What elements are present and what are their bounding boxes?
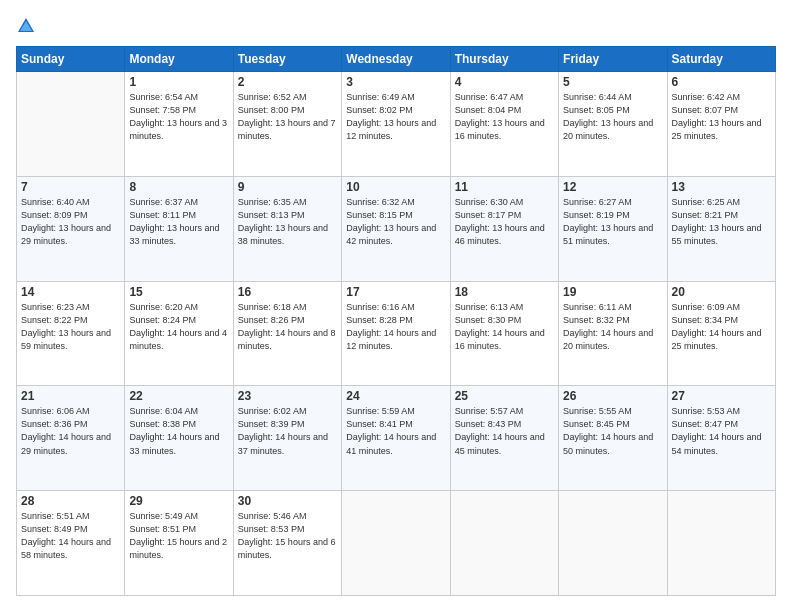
- day-info: Sunrise: 6:02 AMSunset: 8:39 PMDaylight:…: [238, 405, 337, 457]
- calendar-cell: 18Sunrise: 6:13 AMSunset: 8:30 PMDayligh…: [450, 281, 558, 386]
- calendar-cell: 25Sunrise: 5:57 AMSunset: 8:43 PMDayligh…: [450, 386, 558, 491]
- day-number: 22: [129, 389, 228, 403]
- calendar-week-row: 21Sunrise: 6:06 AMSunset: 8:36 PMDayligh…: [17, 386, 776, 491]
- calendar-cell: 3Sunrise: 6:49 AMSunset: 8:02 PMDaylight…: [342, 72, 450, 177]
- calendar-cell: 26Sunrise: 5:55 AMSunset: 8:45 PMDayligh…: [559, 386, 667, 491]
- day-number: 3: [346, 75, 445, 89]
- page: SundayMondayTuesdayWednesdayThursdayFrid…: [0, 0, 792, 612]
- day-number: 9: [238, 180, 337, 194]
- calendar-cell: 29Sunrise: 5:49 AMSunset: 8:51 PMDayligh…: [125, 491, 233, 596]
- day-info: Sunrise: 6:13 AMSunset: 8:30 PMDaylight:…: [455, 301, 554, 353]
- day-number: 17: [346, 285, 445, 299]
- calendar-week-row: 1Sunrise: 6:54 AMSunset: 7:58 PMDaylight…: [17, 72, 776, 177]
- day-info: Sunrise: 6:11 AMSunset: 8:32 PMDaylight:…: [563, 301, 662, 353]
- calendar-cell: [450, 491, 558, 596]
- calendar-cell: [559, 491, 667, 596]
- day-info: Sunrise: 6:23 AMSunset: 8:22 PMDaylight:…: [21, 301, 120, 353]
- day-number: 26: [563, 389, 662, 403]
- day-number: 5: [563, 75, 662, 89]
- calendar-cell: 6Sunrise: 6:42 AMSunset: 8:07 PMDaylight…: [667, 72, 775, 177]
- calendar-cell: 27Sunrise: 5:53 AMSunset: 8:47 PMDayligh…: [667, 386, 775, 491]
- weekday-header-cell: Monday: [125, 47, 233, 72]
- calendar-cell: 17Sunrise: 6:16 AMSunset: 8:28 PMDayligh…: [342, 281, 450, 386]
- day-info: Sunrise: 6:40 AMSunset: 8:09 PMDaylight:…: [21, 196, 120, 248]
- calendar-table: SundayMondayTuesdayWednesdayThursdayFrid…: [16, 46, 776, 596]
- day-info: Sunrise: 6:25 AMSunset: 8:21 PMDaylight:…: [672, 196, 771, 248]
- weekday-header-row: SundayMondayTuesdayWednesdayThursdayFrid…: [17, 47, 776, 72]
- calendar-week-row: 14Sunrise: 6:23 AMSunset: 8:22 PMDayligh…: [17, 281, 776, 386]
- calendar-cell: 15Sunrise: 6:20 AMSunset: 8:24 PMDayligh…: [125, 281, 233, 386]
- weekday-header-cell: Sunday: [17, 47, 125, 72]
- calendar-week-row: 7Sunrise: 6:40 AMSunset: 8:09 PMDaylight…: [17, 176, 776, 281]
- day-number: 12: [563, 180, 662, 194]
- day-number: 2: [238, 75, 337, 89]
- calendar-cell: [342, 491, 450, 596]
- day-info: Sunrise: 5:59 AMSunset: 8:41 PMDaylight:…: [346, 405, 445, 457]
- day-number: 19: [563, 285, 662, 299]
- calendar-cell: 2Sunrise: 6:52 AMSunset: 8:00 PMDaylight…: [233, 72, 341, 177]
- day-info: Sunrise: 6:35 AMSunset: 8:13 PMDaylight:…: [238, 196, 337, 248]
- day-info: Sunrise: 6:27 AMSunset: 8:19 PMDaylight:…: [563, 196, 662, 248]
- logo-icon: [16, 16, 36, 36]
- day-number: 30: [238, 494, 337, 508]
- day-number: 21: [21, 389, 120, 403]
- day-info: Sunrise: 6:49 AMSunset: 8:02 PMDaylight:…: [346, 91, 445, 143]
- calendar-cell: 19Sunrise: 6:11 AMSunset: 8:32 PMDayligh…: [559, 281, 667, 386]
- calendar-cell: [17, 72, 125, 177]
- day-number: 29: [129, 494, 228, 508]
- calendar-cell: [667, 491, 775, 596]
- day-info: Sunrise: 5:51 AMSunset: 8:49 PMDaylight:…: [21, 510, 120, 562]
- weekday-header-cell: Saturday: [667, 47, 775, 72]
- calendar-cell: 5Sunrise: 6:44 AMSunset: 8:05 PMDaylight…: [559, 72, 667, 177]
- calendar-cell: 4Sunrise: 6:47 AMSunset: 8:04 PMDaylight…: [450, 72, 558, 177]
- day-info: Sunrise: 6:18 AMSunset: 8:26 PMDaylight:…: [238, 301, 337, 353]
- day-number: 10: [346, 180, 445, 194]
- calendar-cell: 11Sunrise: 6:30 AMSunset: 8:17 PMDayligh…: [450, 176, 558, 281]
- day-info: Sunrise: 5:57 AMSunset: 8:43 PMDaylight:…: [455, 405, 554, 457]
- weekday-header-cell: Wednesday: [342, 47, 450, 72]
- day-info: Sunrise: 6:37 AMSunset: 8:11 PMDaylight:…: [129, 196, 228, 248]
- calendar-cell: 30Sunrise: 5:46 AMSunset: 8:53 PMDayligh…: [233, 491, 341, 596]
- logo: [16, 16, 40, 36]
- day-info: Sunrise: 6:30 AMSunset: 8:17 PMDaylight:…: [455, 196, 554, 248]
- calendar-cell: 14Sunrise: 6:23 AMSunset: 8:22 PMDayligh…: [17, 281, 125, 386]
- day-number: 14: [21, 285, 120, 299]
- day-number: 11: [455, 180, 554, 194]
- day-info: Sunrise: 6:20 AMSunset: 8:24 PMDaylight:…: [129, 301, 228, 353]
- day-info: Sunrise: 6:16 AMSunset: 8:28 PMDaylight:…: [346, 301, 445, 353]
- calendar-cell: 13Sunrise: 6:25 AMSunset: 8:21 PMDayligh…: [667, 176, 775, 281]
- day-number: 15: [129, 285, 228, 299]
- calendar-cell: 10Sunrise: 6:32 AMSunset: 8:15 PMDayligh…: [342, 176, 450, 281]
- header: [16, 16, 776, 36]
- day-number: 6: [672, 75, 771, 89]
- day-number: 24: [346, 389, 445, 403]
- calendar-cell: 22Sunrise: 6:04 AMSunset: 8:38 PMDayligh…: [125, 386, 233, 491]
- day-number: 4: [455, 75, 554, 89]
- day-number: 8: [129, 180, 228, 194]
- weekday-header-cell: Friday: [559, 47, 667, 72]
- calendar-cell: 1Sunrise: 6:54 AMSunset: 7:58 PMDaylight…: [125, 72, 233, 177]
- day-info: Sunrise: 6:04 AMSunset: 8:38 PMDaylight:…: [129, 405, 228, 457]
- day-number: 16: [238, 285, 337, 299]
- calendar-week-row: 28Sunrise: 5:51 AMSunset: 8:49 PMDayligh…: [17, 491, 776, 596]
- calendar-cell: 7Sunrise: 6:40 AMSunset: 8:09 PMDaylight…: [17, 176, 125, 281]
- weekday-header-cell: Thursday: [450, 47, 558, 72]
- day-number: 20: [672, 285, 771, 299]
- day-info: Sunrise: 6:42 AMSunset: 8:07 PMDaylight:…: [672, 91, 771, 143]
- day-info: Sunrise: 6:54 AMSunset: 7:58 PMDaylight:…: [129, 91, 228, 143]
- day-info: Sunrise: 5:53 AMSunset: 8:47 PMDaylight:…: [672, 405, 771, 457]
- day-info: Sunrise: 6:09 AMSunset: 8:34 PMDaylight:…: [672, 301, 771, 353]
- day-info: Sunrise: 5:55 AMSunset: 8:45 PMDaylight:…: [563, 405, 662, 457]
- day-number: 27: [672, 389, 771, 403]
- day-number: 1: [129, 75, 228, 89]
- day-number: 28: [21, 494, 120, 508]
- day-info: Sunrise: 5:46 AMSunset: 8:53 PMDaylight:…: [238, 510, 337, 562]
- day-info: Sunrise: 6:52 AMSunset: 8:00 PMDaylight:…: [238, 91, 337, 143]
- day-number: 13: [672, 180, 771, 194]
- calendar-cell: 16Sunrise: 6:18 AMSunset: 8:26 PMDayligh…: [233, 281, 341, 386]
- day-number: 7: [21, 180, 120, 194]
- calendar-cell: 28Sunrise: 5:51 AMSunset: 8:49 PMDayligh…: [17, 491, 125, 596]
- calendar-cell: 23Sunrise: 6:02 AMSunset: 8:39 PMDayligh…: [233, 386, 341, 491]
- calendar-cell: 21Sunrise: 6:06 AMSunset: 8:36 PMDayligh…: [17, 386, 125, 491]
- calendar-cell: 9Sunrise: 6:35 AMSunset: 8:13 PMDaylight…: [233, 176, 341, 281]
